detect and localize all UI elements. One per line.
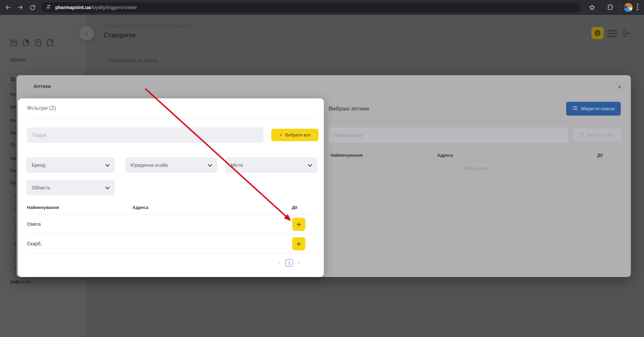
sidebar-subitem[interactable]: Г — [14, 254, 17, 259]
column-header: Найменування — [27, 205, 59, 210]
list-icon[interactable] — [10, 142, 16, 149]
back-icon[interactable] — [4, 3, 12, 11]
extensions-icon[interactable] — [607, 3, 615, 11]
column-header: Дії — [597, 153, 603, 158]
pharmacy-name: Скарб, — [27, 241, 42, 246]
profile-avatar[interactable] — [624, 3, 633, 12]
add-pharmacy-button[interactable]: + — [292, 237, 305, 250]
chevron-left-icon: ‹ — [103, 58, 105, 63]
trash-icon — [580, 132, 584, 138]
logout-icon[interactable] — [622, 29, 631, 39]
filters-panel: Фільтри (2) ✓ Вибрати все Бренд Юридична… — [18, 98, 324, 277]
sidebar-item[interactable]: Імп — [10, 104, 17, 110]
toolbar-divider — [620, 4, 621, 11]
city-dropdown[interactable]: Місто — [225, 157, 317, 173]
document-icon[interactable] — [34, 38, 42, 49]
site-info-icon[interactable] — [46, 4, 51, 11]
pagination-page-1[interactable]: 1 — [285, 259, 293, 267]
chevron-down-icon — [105, 162, 110, 168]
sidebar-subitem[interactable]: Г — [14, 267, 17, 272]
legal-entity-dropdown[interactable]: Юридична особа — [125, 157, 217, 173]
divider — [329, 161, 621, 161]
check-icon: ✓ — [279, 132, 283, 137]
breadcrumb: Програма лояльності / Тригери / Створити — [103, 23, 190, 28]
bookmark-star-icon[interactable] — [588, 3, 596, 11]
reload-icon[interactable] — [28, 3, 36, 11]
hamburger-menu-icon[interactable] — [608, 30, 617, 39]
book-icon[interactable] — [46, 38, 55, 49]
region-dropdown[interactable]: Область — [26, 180, 115, 195]
save-list-button[interactable]: Зберегти список — [566, 102, 621, 116]
browser-toolbar: pharmapoint.ua/loyalty/triggers/create — [0, 0, 644, 15]
chevron-down-icon — [105, 185, 110, 190]
modal-title: Аптеки — [33, 83, 51, 89]
grid-icon — [10, 76, 16, 83]
table-row: Омега + — [27, 214, 315, 234]
add-pharmacy-button[interactable]: + — [292, 218, 305, 231]
chevron-down-icon — [208, 162, 212, 168]
chevron-down-icon — [308, 162, 312, 168]
pie-chart-icon[interactable] — [22, 38, 30, 49]
selected-search-input[interactable] — [329, 127, 568, 143]
pharmacy-name: Омега — [27, 221, 41, 227]
url-text: pharmapoint.ua/loyalty/triggers/create — [55, 5, 137, 10]
pagination-prev-icon[interactable]: ‹ — [277, 259, 282, 266]
filters-search-input[interactable] — [27, 127, 264, 143]
sidebar-top-icons — [9, 38, 55, 49]
divider — [329, 122, 621, 122]
table-row: Скарб, + — [27, 234, 315, 253]
brand-dropdown[interactable]: Бренд — [26, 157, 115, 173]
divider — [27, 119, 315, 119]
screen: pharmapoint.ua/loyalty/triggers/create М… — [0, 0, 644, 337]
page-title: Створити — [103, 31, 135, 39]
table-header-row: Найменування Адреса Дії — [27, 202, 315, 214]
menu-title: Меню — [10, 57, 26, 63]
pagination-next-icon[interactable]: › — [296, 259, 301, 266]
list-check-icon — [572, 106, 578, 112]
delete-all-button[interactable]: Видалити все — [573, 128, 621, 142]
column-header: Дії — [292, 205, 298, 210]
empty-state-text: Нема даних — [329, 165, 621, 171]
sidebar-item-instruction[interactable]: Інструкція — [10, 279, 30, 284]
address-bar[interactable]: pharmapoint.ua/loyalty/triggers/create — [41, 2, 580, 12]
archive-box-icon[interactable] — [9, 38, 18, 49]
language-globe-button[interactable] — [591, 27, 604, 39]
column-header: Адреса — [132, 205, 148, 210]
filters-title: Фільтри (2) — [27, 105, 56, 112]
forward-icon[interactable] — [16, 3, 24, 11]
browser-menu-icon[interactable] — [637, 4, 638, 11]
selected-pharmacies-title: Вибрані аптеки — [329, 105, 369, 112]
back-to-list-link[interactable]: ‹ Повернутись до списку — [103, 58, 158, 63]
pagination: ‹ 1 › — [277, 259, 301, 267]
select-all-button[interactable]: ✓ Вибрати все — [271, 129, 318, 141]
close-icon[interactable]: ✕ — [615, 82, 624, 92]
column-header: Адреса — [437, 153, 453, 158]
sidebar-collapse-button[interactable]: ‹ — [79, 26, 94, 41]
column-header: Найменування — [331, 153, 363, 158]
